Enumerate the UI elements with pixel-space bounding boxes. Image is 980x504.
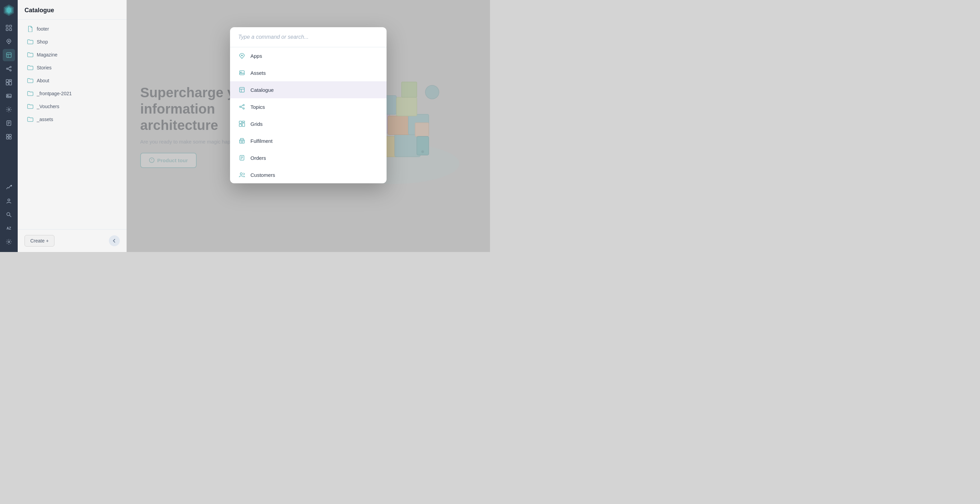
catalogue-item-shop[interactable]: Shop xyxy=(21,35,124,48)
svg-rect-2 xyxy=(6,29,8,31)
command-item-topics[interactable]: Topics xyxy=(230,98,387,115)
catalogue-item-label: About xyxy=(37,78,49,83)
catalogue-item-label: Magazine xyxy=(37,52,57,57)
command-icon-topics xyxy=(238,103,246,111)
catalogue-item-vouchers[interactable]: _Vouchers xyxy=(21,100,124,113)
catalogue-item-label: _frontpage-2021 xyxy=(37,91,72,96)
svg-point-6 xyxy=(6,68,8,70)
nav-icon-search[interactable] xyxy=(3,208,15,221)
nav-icon-grids[interactable] xyxy=(3,76,15,89)
nav-icon-dashboard[interactable] xyxy=(3,22,15,34)
command-icon-assets xyxy=(238,69,246,76)
main-content: Supercharge yourinformation architecture… xyxy=(127,0,490,252)
nav-icon-rocket[interactable] xyxy=(3,35,15,48)
catalogue-item-label: Shop xyxy=(37,39,48,44)
command-item-label: Orders xyxy=(250,155,266,161)
create-button[interactable]: Create + xyxy=(24,235,54,247)
svg-point-23 xyxy=(7,212,10,216)
svg-rect-5 xyxy=(6,53,11,57)
nav-icon-topics[interactable] xyxy=(3,63,15,75)
svg-point-22 xyxy=(8,199,10,201)
command-icon-customers xyxy=(238,171,246,179)
svg-rect-47 xyxy=(240,87,244,92)
command-item-grids[interactable]: Grids xyxy=(230,115,387,132)
catalogue-item-assets[interactable]: _assets xyxy=(21,113,124,126)
command-items-list: Apps Assets Catalogue Topics Grids xyxy=(230,47,387,183)
svg-rect-10 xyxy=(9,79,11,81)
nav-icon-catalogue[interactable] xyxy=(3,49,15,61)
command-item-assets[interactable]: Assets xyxy=(230,64,387,81)
svg-rect-17 xyxy=(6,134,8,136)
command-palette: Apps Assets Catalogue Topics Grids xyxy=(230,27,387,183)
catalogue-item-magazine[interactable]: Magazine xyxy=(21,48,124,61)
svg-point-15 xyxy=(8,109,10,111)
svg-rect-18 xyxy=(9,134,11,136)
command-palette-overlay: Apps Assets Catalogue Topics Grids xyxy=(127,0,490,252)
command-icon-apps xyxy=(238,52,246,60)
command-icon-orders xyxy=(238,154,246,162)
svg-rect-52 xyxy=(242,121,245,122)
svg-rect-51 xyxy=(239,121,242,124)
svg-point-7 xyxy=(10,66,11,68)
collapse-panel-button[interactable] xyxy=(109,235,120,246)
svg-rect-3 xyxy=(10,29,11,31)
svg-point-21 xyxy=(11,185,12,186)
command-icon-catalogue xyxy=(238,86,246,94)
svg-point-44 xyxy=(242,55,243,56)
svg-point-8 xyxy=(10,70,11,71)
catalogue-item-label: _assets xyxy=(37,117,53,122)
command-search-input[interactable] xyxy=(238,34,379,40)
nav-icon-settings-bottom[interactable] xyxy=(3,236,15,248)
left-panel-footer: Create + xyxy=(18,229,127,252)
command-item-label: Topics xyxy=(250,104,265,110)
nav-icon-gear[interactable] xyxy=(3,103,15,116)
svg-point-49 xyxy=(243,105,244,106)
command-icon-fulfilment xyxy=(238,137,246,144)
catalogue-item-about[interactable]: About xyxy=(21,74,124,87)
catalogue-item-label: _Vouchers xyxy=(37,104,59,109)
command-item-label: Customers xyxy=(250,172,275,178)
command-item-label: Apps xyxy=(250,53,262,59)
app-logo[interactable] xyxy=(3,4,15,16)
svg-point-48 xyxy=(240,106,241,108)
svg-rect-9 xyxy=(6,79,8,82)
command-item-orders[interactable]: Orders xyxy=(230,149,387,166)
command-item-catalogue[interactable]: Catalogue xyxy=(230,81,387,98)
command-item-label: Fulfilment xyxy=(250,138,272,144)
svg-point-4 xyxy=(8,41,10,42)
command-item-fulfilment[interactable]: Fulfilment xyxy=(230,132,387,149)
nav-icon-users[interactable] xyxy=(3,195,15,207)
catalogue-title: Catalogue xyxy=(18,0,127,20)
svg-rect-55 xyxy=(240,140,244,143)
svg-point-24 xyxy=(8,241,10,243)
catalogue-item-footer[interactable]: footer xyxy=(21,22,124,35)
command-icon-grids xyxy=(238,120,246,128)
command-item-customers[interactable]: Customers xyxy=(230,166,387,183)
command-item-label: Assets xyxy=(250,70,266,76)
left-panel: Catalogue footerShopMagazineStoriesAbout… xyxy=(18,0,127,252)
nav-icon-az[interactable]: AZ xyxy=(3,222,15,234)
svg-rect-0 xyxy=(6,25,8,27)
icon-sidebar: AZ xyxy=(0,0,18,252)
nav-icon-apps[interactable] xyxy=(3,131,15,143)
command-search-area xyxy=(230,27,387,47)
nav-icon-orders[interactable] xyxy=(3,117,15,129)
catalogue-items-list: footerShopMagazineStoriesAbout_frontpage… xyxy=(18,20,127,229)
catalogue-item-label: footer xyxy=(37,26,49,32)
catalogue-item-label: Stories xyxy=(37,65,52,70)
command-item-apps[interactable]: Apps xyxy=(230,47,387,64)
svg-rect-12 xyxy=(9,82,11,85)
svg-rect-54 xyxy=(242,123,245,127)
svg-point-57 xyxy=(240,173,242,175)
svg-point-50 xyxy=(243,108,244,109)
command-item-label: Catalogue xyxy=(250,87,274,93)
svg-rect-19 xyxy=(6,137,8,139)
nav-icon-analytics[interactable] xyxy=(3,181,15,193)
catalogue-item-stories[interactable]: Stories xyxy=(21,61,124,74)
svg-rect-20 xyxy=(9,137,11,139)
command-item-label: Grids xyxy=(250,121,263,127)
nav-icon-media[interactable] xyxy=(3,90,15,102)
svg-rect-53 xyxy=(239,124,242,127)
svg-rect-1 xyxy=(10,25,11,27)
catalogue-item-frontpage[interactable]: _frontpage-2021 xyxy=(21,87,124,100)
